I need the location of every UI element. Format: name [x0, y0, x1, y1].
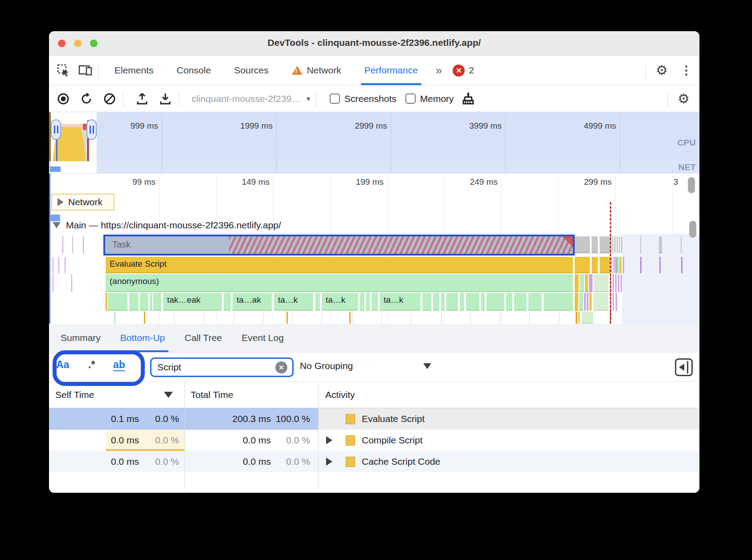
- column-divider[interactable]: [184, 382, 185, 490]
- flame-segment[interactable]: [224, 293, 231, 311]
- flame-segment[interactable]: [366, 293, 370, 311]
- flame-segment[interactable]: [352, 312, 352, 324]
- more-options-icon[interactable]: ⋮: [673, 63, 699, 77]
- memory-checkbox[interactable]: Memory: [405, 93, 454, 104]
- flame-segment[interactable]: [466, 293, 479, 311]
- flame-segment[interactable]: [58, 257, 59, 273]
- flame-segment[interactable]: [514, 293, 527, 311]
- table-row[interactable]: 0.0 ms0.0 %0.0 ms0.0 %Compile Script: [49, 430, 699, 451]
- flame-segment[interactable]: ta…k: [322, 293, 358, 311]
- tab-event-log[interactable]: Event Log: [232, 324, 294, 352]
- flame-segment[interactable]: tak…eak: [163, 293, 222, 311]
- flame-segment[interactable]: [106, 293, 107, 311]
- flame-segment[interactable]: [589, 274, 593, 292]
- profile-select[interactable]: clinquant-mousse-2f239… ▼: [192, 93, 311, 104]
- flame-segment[interactable]: [174, 312, 174, 324]
- flame-segment[interactable]: [589, 293, 592, 311]
- flame-segment[interactable]: [292, 312, 293, 324]
- flame-segment[interactable]: [578, 312, 580, 324]
- column-header-total-time[interactable]: Total Time: [184, 382, 318, 408]
- column-header-activity[interactable]: Activity: [318, 382, 699, 408]
- flame-segment[interactable]: [411, 312, 411, 324]
- flame-segment[interactable]: [621, 236, 622, 253]
- capture-settings-gear-icon[interactable]: ⚙: [672, 92, 695, 106]
- flame-segment[interactable]: [623, 257, 624, 273]
- flame-segment[interactable]: [506, 293, 512, 311]
- flame-segment[interactable]: [616, 293, 617, 311]
- save-profile-icon[interactable]: [156, 90, 174, 108]
- flame-segment[interactable]: [65, 257, 65, 273]
- expander-icon[interactable]: [326, 458, 341, 466]
- main-scrollbar-thumb[interactable]: [689, 221, 696, 238]
- tab-console[interactable]: Console: [165, 56, 223, 85]
- flame-segment[interactable]: [618, 274, 619, 292]
- grouping-select[interactable]: No Grouping: [300, 361, 353, 371]
- more-tabs-icon[interactable]: »: [429, 64, 448, 77]
- flame-segment[interactable]: [315, 293, 320, 311]
- filter-input[interactable]: [150, 357, 294, 377]
- clear-button[interactable]: [101, 90, 119, 108]
- flame-segment[interactable]: [613, 274, 614, 292]
- flame-segment[interactable]: [204, 312, 204, 324]
- flame-segment[interactable]: [616, 257, 617, 273]
- error-badge[interactable]: ✕ 2: [448, 65, 478, 77]
- device-toolbar-icon[interactable]: [78, 62, 94, 78]
- flame-segment[interactable]: [129, 293, 139, 311]
- flame-segment[interactable]: Evaluate Script: [106, 257, 573, 273]
- match-case-toggle[interactable]: Aa: [56, 359, 69, 371]
- flame-segment[interactable]: [587, 293, 589, 311]
- flame-segment[interactable]: [286, 312, 288, 324]
- flame-segment[interactable]: [617, 257, 618, 273]
- flame-segment[interactable]: [560, 312, 560, 324]
- table-row[interactable]: 0.1 ms0.0 %200.3 ms100.0 %Evaluate Scrip…: [49, 408, 699, 430]
- tab-sources[interactable]: Sources: [223, 56, 280, 85]
- flame-segment[interactable]: [640, 257, 642, 273]
- flame-segment[interactable]: [53, 257, 53, 273]
- left-resize-handle[interactable]: [51, 119, 61, 140]
- flame-segment[interactable]: [580, 274, 584, 292]
- flame-segment[interactable]: [234, 312, 234, 324]
- flame-segment[interactable]: [593, 274, 609, 292]
- flame-segment[interactable]: [153, 293, 161, 311]
- tab-call-tree[interactable]: Call Tree: [175, 324, 232, 352]
- flame-segment[interactable]: [71, 274, 72, 292]
- flame-segment[interactable]: [433, 293, 439, 311]
- flame-segment[interactable]: [592, 236, 598, 253]
- timeline-overview[interactable]: CPU NET 999 ms1999 ms2999 ms3999 ms4999 …: [49, 112, 699, 174]
- tab-network[interactable]: ! Network: [280, 56, 353, 85]
- flame-segment[interactable]: [528, 293, 542, 311]
- screenshots-checkbox[interactable]: Screenshots: [330, 93, 396, 104]
- table-row[interactable]: 0.0 ms0.0 %0.0 ms0.0 %Cache Script Code: [49, 451, 699, 472]
- flame-segment[interactable]: [576, 312, 577, 324]
- flame-segment[interactable]: [544, 293, 573, 311]
- garbage-collect-icon[interactable]: [459, 90, 477, 108]
- flame-segment[interactable]: [659, 257, 661, 273]
- flame-segment[interactable]: [422, 293, 431, 311]
- flame-segment[interactable]: [575, 257, 590, 273]
- network-track-header[interactable]: Network: [51, 194, 114, 211]
- flame-segment[interactable]: [582, 312, 593, 324]
- flame-chart-panel[interactable]: Network Main — https://clinquant-mousse-…: [49, 174, 699, 324]
- settings-gear-icon[interactable]: ⚙: [650, 64, 673, 77]
- load-profile-icon[interactable]: [133, 90, 151, 108]
- flame-segment[interactable]: [322, 312, 322, 324]
- flame-segment[interactable]: [441, 293, 445, 311]
- flame-segment[interactable]: [144, 312, 145, 324]
- flame-segment[interactable]: [613, 257, 615, 273]
- flame-segment[interactable]: [659, 236, 662, 253]
- flame-segment[interactable]: [621, 274, 622, 292]
- flame-segment[interactable]: [681, 236, 682, 253]
- flame-segment[interactable]: [529, 312, 530, 324]
- regex-toggle[interactable]: .*: [88, 359, 95, 371]
- tab-elements[interactable]: Elements: [103, 56, 165, 85]
- flame-segment[interactable]: [62, 236, 63, 253]
- flame-segment[interactable]: ta…k: [380, 293, 421, 311]
- network-scrollbar-thumb[interactable]: [688, 177, 695, 193]
- flame-segment[interactable]: [593, 293, 609, 311]
- flame-segment[interactable]: [486, 293, 504, 311]
- expander-icon[interactable]: [326, 436, 341, 444]
- column-header-self-time[interactable]: Self Time: [49, 382, 184, 408]
- flame-segment[interactable]: [640, 236, 641, 253]
- flame-segment[interactable]: [150, 293, 152, 311]
- flame-segment[interactable]: [360, 293, 364, 311]
